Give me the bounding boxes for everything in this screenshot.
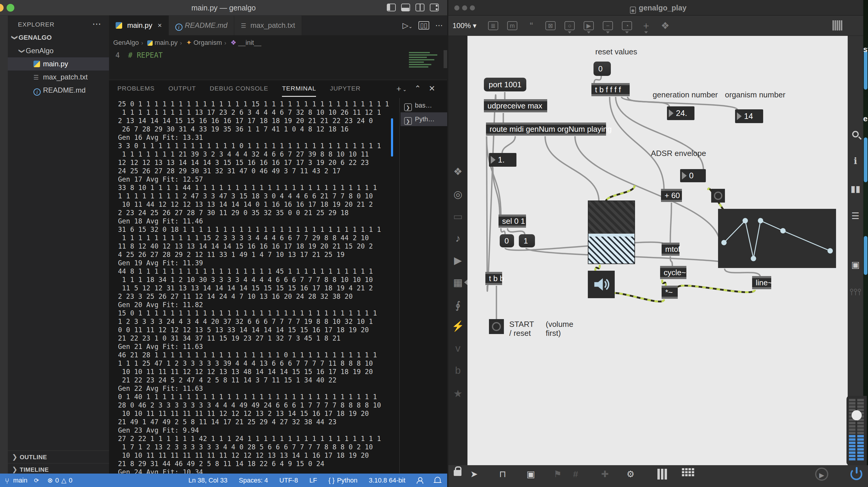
paperclip-add-icon[interactable]: ✚ — [598, 465, 612, 483]
tab-debug-console[interactable]: DEBUG CONSOLE — [210, 80, 268, 97]
toggle-sidebar-icon[interactable] — [387, 4, 396, 11]
music-note-icon[interactable]: ♪ — [448, 230, 467, 246]
message-box-0[interactable]: 0 — [500, 234, 514, 247]
layers-icon[interactable]: ▣ — [524, 465, 538, 483]
snapshot-camera-icon[interactable]: ▣ — [848, 257, 863, 272]
new-terminal-icon[interactable]: ＋⌄ — [395, 83, 406, 94]
playbar-icon[interactable]: ▶ — [583, 20, 595, 32]
toggle-panel-icon[interactable] — [401, 4, 410, 11]
editor-scrollbar[interactable] — [443, 50, 447, 68]
indentation-status[interactable]: Spaces: 4 — [239, 477, 268, 484]
keypad-icon[interactable] — [682, 468, 694, 476]
zoom-level-select[interactable]: 100% ▾ — [453, 16, 476, 36]
panes-icon[interactable]: ▮▮ — [848, 181, 863, 196]
patch-cord[interactable] — [725, 269, 760, 277]
message-box-icon[interactable]: m — [506, 20, 518, 32]
activity-bar[interactable] — [0, 16, 8, 474]
object-box-icon[interactable]: ≣ — [487, 20, 499, 32]
console-icon[interactable]: ☰ — [848, 209, 863, 223]
max-titlebar[interactable]: ◉genalgo_play — [448, 0, 868, 16]
message-box-1[interactable]: 1 — [519, 234, 535, 247]
mixer-sliders-icon[interactable]: ⫯⫯⫯ — [848, 284, 863, 299]
flonum-24[interactable]: 24. — [667, 106, 694, 120]
rings-icon[interactable]: ◎ — [448, 186, 467, 203]
terminal-item-python[interactable]: ❯Pyth… — [401, 112, 447, 126]
add-object-icon[interactable]: ＋ — [640, 20, 652, 32]
editor-more-actions-icon[interactable]: ⋯ — [435, 21, 443, 30]
volume-overlay[interactable] — [846, 396, 867, 465]
patch-canvas[interactable]: reset valuesgeneration numberorganism nu… — [467, 36, 848, 465]
code-editor[interactable]: 4# REPEAT — [109, 50, 447, 80]
encoding-status[interactable]: UTF-8 — [279, 477, 298, 484]
patch-cord[interactable] — [507, 228, 525, 235]
select-pointer-icon[interactable]: ➤ — [467, 465, 481, 483]
language-mode-status[interactable]: { }Python — [328, 477, 357, 484]
flonum-1[interactable]: 1. — [489, 153, 517, 167]
search-icon[interactable] — [848, 126, 863, 141]
beap-icon[interactable]: b — [448, 362, 467, 378]
tab-readme-md[interactable]: iREADME.md — [169, 16, 235, 35]
plug-icon[interactable]: ⚡ — [448, 317, 467, 334]
terminal-output[interactable]: 25 0 1 1 1 1 1 1 1 1 1 1 1 1 1 1 15 1 1 … — [118, 100, 402, 485]
comment-icon[interactable]: “ — [525, 20, 537, 32]
patch-cord[interactable] — [487, 136, 487, 272]
file-main-py[interactable]: main.py — [8, 57, 109, 70]
object-box-sel-0-1[interactable]: sel 0 1 — [498, 215, 526, 228]
dial-icon[interactable]: ◔ — [621, 20, 633, 32]
vscode-titlebar[interactable]: main.py — genalgo — [0, 0, 447, 16]
wrench-icon[interactable]: ⚙ — [623, 465, 638, 483]
object-box-t-b-f-f-f-f[interactable]: t b f f f f — [591, 83, 630, 96]
toggle-secondary-sidebar-icon[interactable] — [415, 4, 425, 11]
info-icon[interactable]: ℹ — [848, 154, 863, 169]
notifications-bell-icon[interactable] — [435, 478, 441, 483]
patch-cord[interactable] — [545, 136, 599, 201]
close-panel-icon[interactable]: ✕ — [429, 84, 435, 93]
terminal-item-bash[interactable]: ❯bas… — [401, 99, 447, 112]
signal-cord[interactable] — [606, 185, 635, 203]
button-icon[interactable]: ○ — [564, 20, 576, 32]
button-button[interactable] — [489, 319, 504, 334]
object-box-box[interactable]: *~ — [661, 285, 678, 299]
patch-cord[interactable] — [502, 136, 515, 154]
run-python-file-icon[interactable]: ▷⌄ — [402, 21, 412, 30]
file-readme-md[interactable]: iREADME.md — [8, 84, 109, 97]
object-box-t-b-b[interactable]: t b b — [485, 272, 502, 285]
python-interpreter-status[interactable]: 3.10.8 64-bit — [369, 477, 405, 484]
message-box-0[interactable]: 0 — [593, 62, 611, 76]
object-box-60[interactable]: + 60 — [661, 189, 682, 202]
message-box-port-1001[interactable]: port 1001 — [484, 78, 526, 91]
slider-icon[interactable]: − — [602, 20, 614, 32]
patch-cord[interactable] — [670, 203, 672, 243]
outline-section[interactable]: ❯OUTLINE — [8, 451, 109, 463]
video-icon[interactable]: ▶ — [448, 252, 467, 269]
lock-icon[interactable] — [454, 470, 462, 476]
eol-status[interactable]: LF — [309, 477, 317, 484]
vizzie-icon[interactable]: v — [448, 340, 467, 357]
object-box-udpreceive-max[interactable]: udpreceive max — [484, 99, 547, 112]
signal-cord[interactable] — [610, 293, 664, 302]
star-icon[interactable]: ★ — [448, 385, 467, 402]
workspace-root[interactable]: ❯GENALGO — [8, 31, 109, 44]
button-button[interactable] — [711, 189, 725, 203]
patch-cord[interactable] — [610, 97, 664, 189]
close-tab-icon[interactable]: × — [158, 21, 162, 29]
flonum-0[interactable]: 0 — [680, 169, 706, 182]
power-icon[interactable] — [850, 467, 864, 481]
device-icon[interactable]: ▭ — [448, 208, 467, 225]
tab-max-patch-txt[interactable]: ☰max_patch.txt — [234, 16, 302, 35]
tab-main-py[interactable]: main.py× — [109, 16, 169, 35]
paint-icon[interactable]: ❖ — [659, 20, 671, 32]
volume-knob[interactable] — [851, 410, 862, 420]
object-box-cycle[interactable]: cycle~ — [660, 266, 686, 279]
maximize-panel-icon[interactable]: ⌃ — [414, 84, 421, 93]
folder-genalgo[interactable]: ❯GenAlgo — [8, 44, 109, 57]
breadcrumb[interactable]: GenAlgo› main.py› ✦Organism› ❖__init__ — [109, 35, 447, 50]
split-editor-icon[interactable]: ▯▯ — [418, 21, 429, 30]
toggle-icon[interactable]: ⊠ — [545, 20, 556, 32]
presentation-icon[interactable]: ⊓ — [496, 465, 510, 483]
tab-problems[interactable]: PROBLEMS — [117, 80, 155, 97]
flag-icon[interactable]: ⚑ — [551, 465, 565, 483]
cursor-position-status[interactable]: Ln 38, Col 33 — [188, 477, 227, 484]
remote-person-icon[interactable] — [417, 477, 423, 484]
patch-cord[interactable] — [501, 228, 505, 235]
